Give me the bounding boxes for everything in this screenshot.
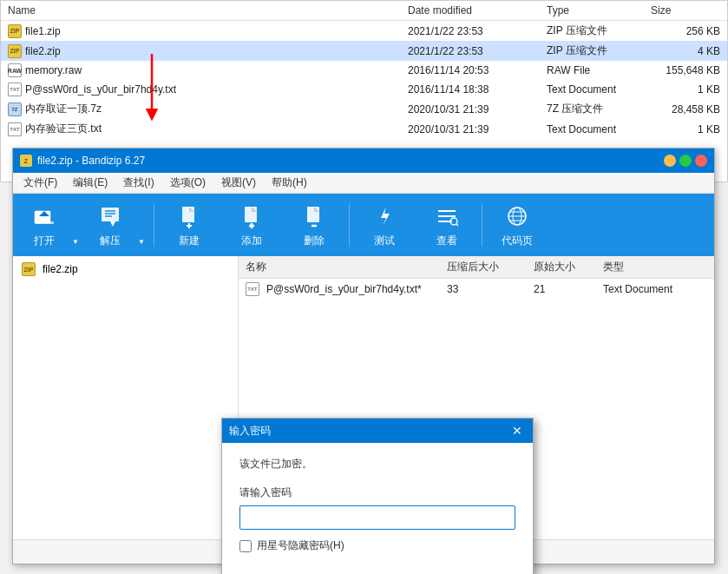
file-size: 256 KB — [651, 25, 720, 37]
toolbar-divider-2 — [349, 203, 350, 247]
menu-options[interactable]: 选项(O) — [163, 173, 213, 193]
open-dropdown[interactable]: ▼ — [69, 197, 82, 253]
inner-file-name-cell: TXT P@ssW0rd_is_y0ur_bir7hd4y.txt* — [246, 282, 447, 296]
file-name: 内存取证一顶.7z — [25, 102, 102, 116]
menu-file[interactable]: 文件(F) — [16, 173, 64, 193]
raw-icon: RAW — [8, 63, 22, 77]
hide-password-checkbox[interactable] — [239, 540, 252, 552]
add-label: 添加 — [241, 234, 262, 248]
toolbar-divider-1 — [154, 203, 154, 247]
file-name-cell: TXT 内存验证三页.txt — [8, 122, 408, 136]
file-size: 4 KB — [651, 45, 720, 57]
file-row[interactable]: TXT 内存验证三页.txt 2020/10/31 21:39 Text Doc… — [1, 119, 727, 139]
title-bar-left: Z file2.zip - Bandizip 6.27 — [20, 155, 145, 167]
menu-find[interactable]: 查找(I) — [116, 173, 161, 193]
inner-table-header: 名称 压缩后大小 原始大小 类型 — [239, 256, 714, 279]
file-row[interactable]: ZIP file1.zip 2021/1/22 23:53 ZIP 压缩文件 2… — [1, 21, 727, 41]
bandizip-window: Z file2.zip - Bandizip 6.27 文件(F) 编辑(E) … — [12, 148, 715, 564]
toolbar-add-btn[interactable]: 添加 — [222, 197, 281, 253]
file-name: memory.raw — [25, 64, 82, 76]
file-name: file2.zip — [25, 45, 61, 57]
file-row[interactable]: ZIP file2.zip 2021/1/22 23:53 ZIP 压缩文件 4… — [1, 41, 727, 61]
file-row[interactable]: 7Z 内存取证一顶.7z 2020/10/31 21:39 7Z 压缩文件 28… — [1, 99, 727, 119]
menu-help[interactable]: 帮助(H) — [265, 173, 314, 193]
file-row[interactable]: TXT P@ssW0rd_is_y0ur_bir7hd4y.txt 2016/1… — [1, 80, 727, 99]
extract-icon — [96, 202, 124, 230]
extract-btn-group: 解压 ▼ — [86, 197, 148, 253]
toolbar-test-btn[interactable]: 测试 — [355, 197, 414, 253]
toolbar-view-btn[interactable]: 查看 — [417, 197, 476, 253]
inner-col-compressed[interactable]: 压缩后大小 — [447, 260, 534, 274]
file-type: ZIP 压缩文件 — [547, 43, 651, 58]
open-icon — [30, 202, 58, 230]
dialog-field-label: 请输入密码 — [239, 485, 515, 500]
menu-view[interactable]: 视图(V) — [214, 173, 263, 193]
bandizip-app-icon: Z — [20, 155, 32, 167]
title-controls — [664, 155, 707, 167]
file-date: 2021/1/22 23:53 — [408, 45, 547, 57]
file-rows-container: ZIP file1.zip 2021/1/22 23:53 ZIP 压缩文件 2… — [1, 21, 727, 139]
toolbar-delete-btn[interactable]: 删除 — [285, 197, 344, 253]
col-name[interactable]: Name — [8, 4, 408, 16]
toolbar-codepage-btn[interactable]: 代码页 — [488, 197, 547, 253]
toolbar-extract-btn[interactable]: 解压 — [86, 197, 134, 253]
open-label: 打开 — [34, 234, 55, 248]
inner-col-original[interactable]: 原始大小 — [534, 260, 603, 274]
inner-col-name[interactable]: 名称 — [246, 260, 447, 274]
file-name: file1.zip — [25, 25, 61, 37]
col-date[interactable]: Date modified — [408, 4, 547, 16]
left-panel: ZIP file2.zip — [13, 256, 239, 539]
inner-original-size: 21 — [534, 283, 603, 295]
file-size: 1 KB — [651, 123, 720, 135]
minimize-button[interactable] — [664, 155, 676, 167]
inner-compressed-size: 33 — [447, 283, 534, 295]
dialog-title-bar: 输入密码 ✕ — [222, 419, 533, 443]
open-btn-group: 打开 ▼ — [20, 197, 82, 253]
left-panel-file-item[interactable]: ZIP file2.zip — [16, 260, 234, 279]
maximize-button[interactable] — [679, 155, 692, 167]
7z-icon: 7Z — [8, 102, 22, 116]
svg-rect-18 — [307, 207, 319, 222]
file-name-cell: TXT P@ssW0rd_is_y0ur_bir7hd4y.txt — [8, 82, 408, 96]
codepage-label: 代码页 — [502, 234, 533, 248]
toolbar-open-btn[interactable]: 打开 — [20, 197, 69, 253]
extract-dropdown[interactable]: ▼ — [134, 197, 148, 253]
svg-marker-9 — [110, 221, 115, 227]
dialog-subtitle: 该文件已加密。 — [239, 457, 515, 472]
col-type[interactable]: Type — [547, 4, 651, 16]
password-input[interactable] — [239, 505, 515, 530]
inner-col-type[interactable]: 类型 — [603, 260, 707, 274]
toolbar-new-btn[interactable]: 新建 — [160, 197, 219, 253]
toolbar-divider-3 — [482, 203, 482, 247]
file-row[interactable]: RAW memory.raw 2016/11/14 20:53 RAW File… — [1, 61, 727, 80]
file-name-cell: RAW memory.raw — [8, 63, 408, 77]
svg-rect-5 — [102, 208, 119, 221]
txt-icon: TXT — [8, 82, 22, 96]
add-icon — [238, 202, 266, 230]
test-icon — [371, 202, 398, 230]
col-size[interactable]: Size — [651, 4, 720, 16]
close-button[interactable] — [695, 155, 707, 167]
test-label: 测试 — [374, 234, 395, 248]
bandizip-title-bar: Z file2.zip - Bandizip 6.27 — [13, 148, 714, 173]
inner-file-row[interactable]: TXT P@ssW0rd_is_y0ur_bir7hd4y.txt* 33 21… — [239, 279, 714, 300]
menu-edit[interactable]: 编辑(E) — [66, 173, 115, 193]
inner-rows-container: TXT P@ssW0rd_is_y0ur_bir7hd4y.txt* 33 21… — [239, 279, 714, 300]
file-size: 1 KB — [651, 83, 720, 96]
bandizip-menu-bar: 文件(F) 编辑(E) 查找(I) 选项(O) 视图(V) 帮助(H) — [13, 173, 714, 194]
extract-label: 解压 — [100, 234, 121, 248]
dialog-title: 输入密码 — [229, 424, 271, 439]
left-panel-zip-icon: ZIP — [22, 262, 36, 276]
file-type: RAW File — [547, 64, 651, 76]
new-label: 新建 — [179, 234, 200, 248]
view-icon — [433, 202, 461, 230]
inner-file-type: Text Document — [603, 283, 707, 295]
file-table-header: Name Date modified Type Size — [1, 1, 727, 21]
file-name-cell: ZIP file2.zip — [8, 44, 408, 58]
zip-icon: ZIP — [8, 24, 22, 38]
dialog-close-button[interactable]: ✕ — [508, 422, 526, 439]
inner-txt-icon: TXT — [246, 282, 259, 296]
red-arrow-annotation — [139, 54, 165, 123]
left-panel-filename: file2.zip — [43, 263, 78, 275]
zip-icon: ZIP — [8, 44, 22, 58]
